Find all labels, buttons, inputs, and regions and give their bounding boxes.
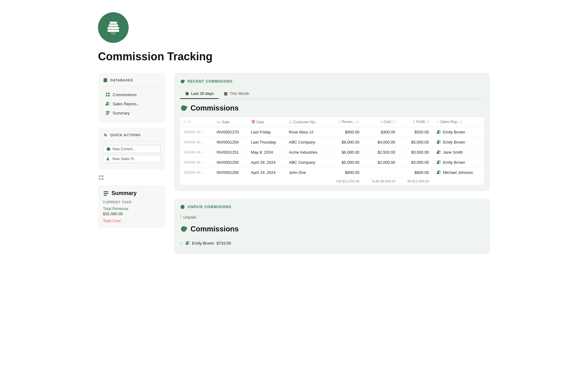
svg-point-40: [439, 151, 440, 152]
unpaid-filter-label: ! Unpaid: [180, 214, 484, 220]
unpaid-commissions-heading: Commissions: [180, 225, 484, 233]
col-status: ▷ⓘ: [180, 117, 213, 127]
person-icon: [436, 160, 441, 165]
svg-rect-13: [106, 111, 110, 112]
recent-commissions-tabs: Last 30 days This Month: [180, 89, 484, 99]
row-customer-1: Rose Mary JJ: [285, 127, 327, 137]
sum-cost: SUM $8,800.00: [363, 178, 399, 185]
quick-actions-section: QUICK ACTIONS New Commi...: [98, 128, 165, 170]
commissions-section-heading: Commissions: [180, 104, 484, 112]
col-date: 📅Date: [247, 117, 285, 127]
recent-commissions-panel-title: RECENT COMMISIONS: [180, 79, 484, 84]
logo-icon: $: [105, 19, 122, 36]
svg-rect-26: [102, 178, 104, 180]
page-container: $ Commission Tracking DATABASES: [80, 0, 508, 274]
row-update-2[interactable]: Update as ...: [180, 137, 213, 147]
svg-point-48: [186, 241, 188, 243]
sum-revenue: UM $21,650.00: [328, 178, 363, 185]
lightning-icon: [103, 133, 108, 137]
row-profit-1: $550.00: [399, 127, 433, 137]
summary-table: CURRENT YEAR Total Revenue $32,480.00 To…: [103, 200, 160, 223]
svg-rect-1: [108, 24, 118, 27]
row-profit-2: $5,000.00: [399, 137, 433, 147]
svg-rect-24: [102, 175, 104, 177]
row-date-5: April 19, 2024: [247, 167, 285, 178]
row-profit-5: $800.00: [399, 167, 433, 178]
row-sale-4: INV0001250: [213, 157, 247, 167]
svg-point-38: [439, 140, 440, 142]
commissions-icon: [105, 92, 110, 97]
row-date-4: April 29, 2024: [247, 157, 285, 167]
row-salesrep-1: Emily Brown: [433, 127, 484, 137]
row-cost-4: $2,000.00: [363, 157, 399, 167]
grid-icon-separator: [98, 174, 165, 182]
total-cost-label: Total Cost: [103, 219, 160, 223]
row-customer-3: Acme Industries: [285, 147, 327, 157]
svg-rect-9: [106, 95, 107, 96]
svg-point-43: [437, 170, 439, 172]
new-commission-button[interactable]: New Commi...: [103, 145, 160, 153]
person-icon: [436, 140, 441, 144]
svg-point-42: [439, 161, 440, 162]
row-date-2: Last Thursday: [247, 137, 285, 147]
row-revenue-1: $850.00: [328, 127, 363, 137]
row-update-4[interactable]: Update as ...: [180, 157, 213, 167]
row-salesrep-2: Emily Brown: [433, 137, 484, 147]
row-salesrep-4: Emily Brown: [433, 157, 484, 167]
row-cost-1: $300.00: [363, 127, 399, 137]
summary-section-title: Summary: [103, 190, 160, 197]
row-customer-4: ABC Company: [285, 157, 327, 167]
row-update-5[interactable]: Update as ...: [180, 167, 213, 178]
col-revenue: #Reven... ⓘ: [328, 117, 363, 127]
row-sale-5: INV0001200: [213, 167, 247, 178]
unpaid-commissions-panel-title: UNPAID COMMISIONS: [180, 204, 484, 209]
svg-rect-27: [104, 191, 108, 192]
row-cost-2: $4,000.00: [363, 137, 399, 147]
sidebar-item-sales-reps[interactable]: Sales Repres...: [103, 99, 160, 108]
svg-rect-23: [99, 175, 101, 177]
row-date-3: May 8, 2024: [247, 147, 285, 157]
row-sale-1: INV0001270: [213, 127, 247, 137]
row-update-3[interactable]: Update as ...: [180, 147, 213, 157]
svg-rect-0: [107, 27, 119, 29]
plus-circle-icon: [106, 147, 111, 151]
row-sale-2: INV0001254: [213, 137, 247, 147]
total-revenue-label: Total Revenue: [103, 206, 160, 211]
person-icon: [436, 170, 441, 175]
svg-rect-28: [104, 193, 108, 194]
databases-section-title: DATABASES: [103, 78, 160, 83]
new-sales-rep-button[interactable]: New Sales R...: [103, 155, 160, 163]
summary-icon: [105, 110, 110, 115]
svg-point-39: [437, 150, 439, 152]
svg-point-17: [107, 147, 110, 151]
tab-this-month[interactable]: This Month: [219, 89, 254, 99]
row-revenue-4: $5,000.00: [328, 157, 363, 167]
svg-point-20: [107, 157, 109, 159]
svg-point-41: [437, 160, 439, 162]
summary-section: Summary CURRENT YEAR Total Revenue $32,4…: [98, 185, 165, 228]
sidebar-item-commissions[interactable]: Commissions: [103, 90, 160, 99]
row-update-1[interactable]: Update as ...: [180, 127, 213, 137]
row-customer-2: ABC Company: [285, 137, 327, 147]
people-icon: [105, 101, 110, 106]
refresh-icon: [180, 79, 185, 84]
col-profit: ΣProfit ⓘ: [399, 117, 433, 127]
svg-rect-29: [104, 195, 107, 196]
row-salesrep-5: Michael Johnson: [433, 167, 484, 178]
table-header-row: ▷ⓘ AaSale 📅Date ☰Customer Na... #Reven..…: [180, 117, 484, 127]
sidebar: DATABASES Commissions: [98, 73, 165, 228]
unpaid-commissions-icon: [180, 225, 187, 233]
svg-rect-7: [106, 93, 107, 94]
svg-rect-31: [224, 92, 227, 95]
sum-profit: IM $12,850.00: [399, 178, 433, 185]
quick-actions-title: QUICK ACTIONS: [103, 133, 160, 137]
col-customer: ☰Customer Na...: [285, 117, 327, 127]
sidebar-item-summary[interactable]: Summary: [103, 109, 160, 117]
summary-title-icon: [103, 190, 109, 197]
summary-table-header: CURRENT YEAR: [103, 200, 160, 204]
svg-rect-10: [108, 95, 110, 96]
row-profit-3: $3,500.00: [399, 147, 433, 157]
row-revenue-3: $6,000.00: [328, 147, 363, 157]
recent-commissions-panel: RECENT COMMISIONS Last 30 days: [174, 73, 490, 191]
tab-last-30-days[interactable]: Last 30 days: [180, 89, 219, 99]
